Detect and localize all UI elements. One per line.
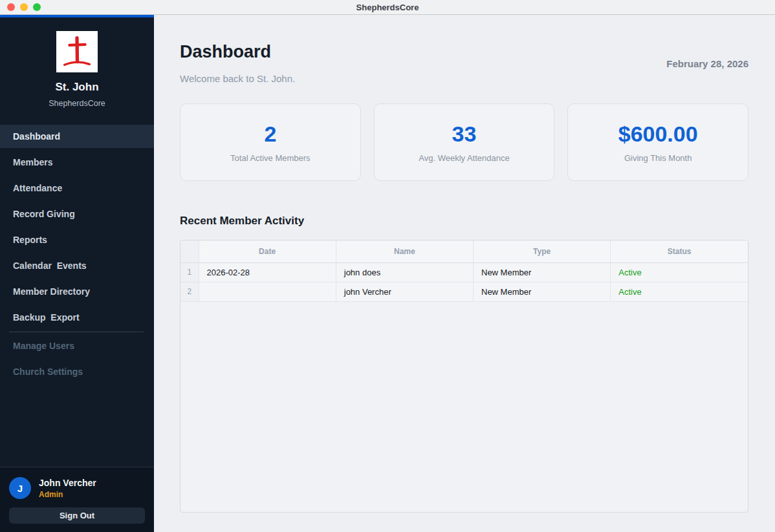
cell-date[interactable]: 2026-02-28 (199, 262, 336, 282)
column-header-status: Status (611, 240, 748, 262)
user-avatar: J (9, 477, 31, 499)
cell-date[interactable] (199, 282, 336, 301)
column-header-date: Date (199, 240, 336, 262)
main-content: Dashboard February 28, 2026 Welcome back… (154, 15, 775, 532)
stat-card-total-active-members: 2Total Active Members (180, 103, 361, 181)
table-corner-cell (180, 240, 199, 262)
user-name: John Vercher (39, 478, 96, 488)
user-row: J John Vercher Admin (9, 477, 145, 499)
minimize-window-button[interactable] (20, 3, 28, 11)
column-header-name: Name (336, 240, 473, 262)
window-title: ShepherdsCore (356, 3, 419, 12)
titlebar: ShepherdsCore (0, 0, 775, 15)
church-logo (56, 31, 98, 72)
table-body: 12026-02-28john doesNew MemberActive2joh… (180, 262, 748, 301)
page-header: Dashboard February 28, 2026 (180, 42, 748, 62)
cell-type[interactable]: New Member (474, 262, 611, 282)
sidebar-item-dashboard[interactable]: Dashboard (0, 125, 154, 148)
sidebar-item-label: Church Settings (13, 367, 83, 377)
sidebar-item-church-settings[interactable]: Church Settings (0, 360, 154, 383)
stat-value: 2 (264, 122, 276, 147)
stat-cards: 2Total Active Members33Avg. Weekly Atten… (180, 103, 748, 181)
table-header-row: DateNameTypeStatus (180, 240, 748, 262)
sidebar-item-label: Member Directory (13, 286, 90, 297)
user-role-badge: Admin (39, 490, 96, 499)
cell-status[interactable]: Active (611, 262, 748, 282)
section-title: Recent Member Activity (180, 215, 748, 228)
welcome-text: Welcome back to St. John. (180, 73, 748, 84)
sidebar: St. John ShepherdsCore DashboardMembersA… (0, 15, 154, 532)
sidebar-item-reports[interactable]: Reports (0, 228, 154, 251)
stat-value: $600.00 (618, 122, 698, 147)
zoom-window-button[interactable] (33, 3, 41, 11)
stat-label: Total Active Members (230, 153, 311, 163)
stat-card-giving-this-month: $600.00Giving This Month (567, 103, 748, 181)
table-row: 2john VercherNew MemberActive (180, 282, 748, 301)
column-header-type: Type (474, 240, 611, 262)
stat-value: 33 (452, 122, 477, 147)
sidebar-item-label: Members (13, 157, 52, 167)
sidebar-item-backup-export[interactable]: Backup Export (0, 306, 154, 329)
user-section: J John Vercher Admin Sign Out (0, 467, 154, 532)
app-window: ShepherdsCore St. John ShepherdsCore Das… (0, 0, 775, 532)
row-number: 1 (180, 262, 199, 282)
sidebar-item-record-giving[interactable]: Record Giving (0, 202, 154, 226)
sign-out-button[interactable]: Sign Out (9, 507, 145, 524)
current-date: February 28, 2026 (666, 58, 748, 69)
row-number: 2 (180, 282, 199, 301)
cell-type[interactable]: New Member (474, 282, 611, 301)
traffic-lights (7, 3, 41, 11)
sidebar-item-label: Dashboard (13, 131, 60, 142)
sidebar-item-label: Manage Users (13, 341, 74, 351)
sidebar-item-label: Record Giving (13, 209, 75, 219)
sidebar-item-members[interactable]: Members (0, 151, 154, 174)
cell-status[interactable]: Active (611, 282, 748, 301)
recent-activity-table: DateNameTypeStatus 12026-02-28john doesN… (180, 240, 748, 302)
stat-card-avg-weekly-attendance: 33Avg. Weekly Attendance (374, 103, 555, 181)
cell-name[interactable]: john does (336, 262, 473, 282)
app-name: ShepherdsCore (0, 99, 154, 108)
sidebar-item-label: Attendance (13, 183, 62, 193)
recent-activity-table-container: DateNameTypeStatus 12026-02-28john doesN… (180, 240, 748, 513)
stat-label: Giving This Month (624, 153, 692, 163)
sidebar-item-attendance[interactable]: Attendance (0, 176, 154, 200)
nav-divider (9, 332, 144, 332)
sidebar-item-label: Backup Export (13, 312, 80, 323)
stat-label: Avg. Weekly Attendance (419, 153, 509, 163)
church-name: St. John (0, 81, 154, 94)
close-window-button[interactable] (7, 3, 15, 11)
page-title: Dashboard (180, 42, 748, 62)
sidebar-item-calendar-events[interactable]: Calendar Events (0, 254, 154, 277)
red-cross-icon (58, 33, 96, 70)
sidebar-item-manage-users[interactable]: Manage Users (0, 334, 154, 357)
sidebar-item-label: Calendar Events (13, 261, 87, 271)
table-row: 12026-02-28john doesNew MemberActive (180, 262, 748, 282)
sidebar-item-label: Reports (13, 235, 47, 245)
cell-name[interactable]: john Vercher (336, 282, 473, 301)
brand-block: St. John ShepherdsCore (0, 17, 154, 108)
sidebar-nav: DashboardMembersAttendanceRecord GivingR… (0, 125, 154, 386)
sidebar-item-member-directory[interactable]: Member Directory (0, 280, 154, 303)
